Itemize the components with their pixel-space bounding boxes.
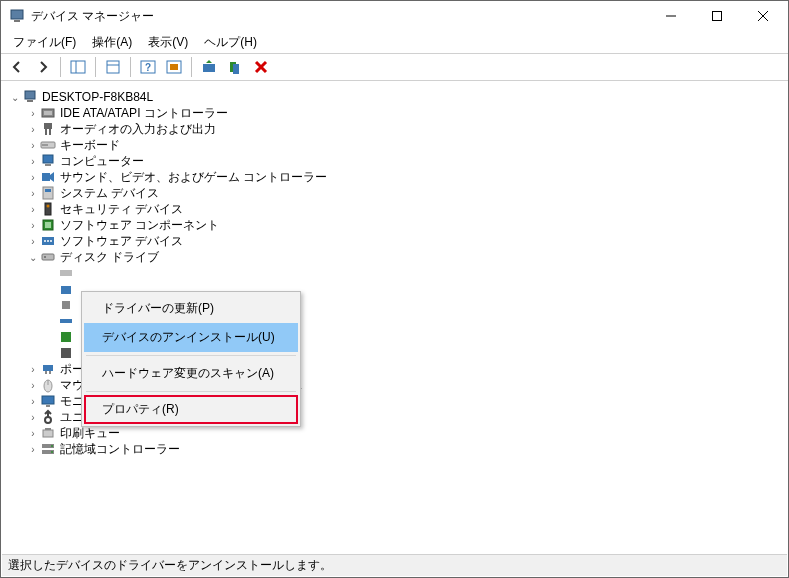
svg-rect-49 <box>43 365 53 371</box>
tree-spacer <box>44 330 58 344</box>
scan-hardware-button[interactable] <box>162 55 186 79</box>
close-button[interactable] <box>740 1 786 31</box>
tree-category-node[interactable]: ›サウンド、ビデオ、およびゲーム コントローラー <box>26 169 787 185</box>
toolbar-separator <box>95 57 96 77</box>
update-driver-button[interactable] <box>197 55 221 79</box>
svg-rect-13 <box>170 64 178 70</box>
forward-button[interactable] <box>31 55 55 79</box>
device-category-icon <box>40 393 56 409</box>
computer-icon <box>22 89 38 105</box>
menu-action[interactable]: 操作(A) <box>84 32 140 53</box>
menubar: ファイル(F) 操作(A) 表示(V) ヘルプ(H) <box>1 31 788 53</box>
device-category-icon <box>40 153 56 169</box>
svg-rect-41 <box>42 254 54 260</box>
svg-rect-6 <box>71 61 85 73</box>
chevron-right-icon[interactable]: › <box>26 122 40 136</box>
tree-category-node[interactable]: ›IDE ATA/ATAPI コントローラー <box>26 105 787 121</box>
chevron-right-icon[interactable]: › <box>26 186 40 200</box>
tree-category-node[interactable]: ›セキュリティ デバイス <box>26 201 787 217</box>
tree-category-node[interactable]: ›キーボード <box>26 137 787 153</box>
statusbar: 選択したデバイスのドライバーをアンインストールします。 <box>2 554 787 576</box>
tree-category-node[interactable]: ›システム デバイス <box>26 185 787 201</box>
tree-category-node[interactable]: ›記憶域コントローラー <box>26 441 787 457</box>
chevron-right-icon[interactable]: › <box>26 170 40 184</box>
device-category-icon <box>40 249 56 265</box>
window-controls <box>648 1 786 31</box>
svg-text:?: ? <box>145 62 151 73</box>
chevron-right-icon[interactable]: › <box>26 378 40 392</box>
tree-category-node[interactable]: ›ソフトウェア コンポーネント <box>26 217 787 233</box>
ctx-scan-hardware[interactable]: ハードウェア変更のスキャン(A) <box>84 359 298 388</box>
svg-rect-48 <box>61 348 71 358</box>
tree-category-label: セキュリティ デバイス <box>60 201 183 218</box>
svg-point-38 <box>44 240 46 242</box>
help-button[interactable]: ? <box>136 55 160 79</box>
svg-point-56 <box>45 417 51 423</box>
device-category-icon <box>40 441 56 457</box>
device-icon <box>58 345 74 361</box>
device-category-icon <box>40 201 56 217</box>
tree-spacer <box>44 314 58 328</box>
tree-category-label: キーボード <box>60 137 120 154</box>
tree-root-node[interactable]: ⌄DESKTOP-F8KB84L <box>8 89 787 105</box>
svg-rect-23 <box>44 123 52 129</box>
minimize-button[interactable] <box>648 1 694 31</box>
chevron-right-icon[interactable]: › <box>26 442 40 456</box>
menu-file[interactable]: ファイル(F) <box>5 32 84 53</box>
toolbar-separator <box>130 57 131 77</box>
device-category-icon <box>40 361 56 377</box>
chevron-right-icon[interactable]: › <box>26 106 40 120</box>
svg-point-62 <box>51 451 53 453</box>
ctx-update-driver[interactable]: ドライバーの更新(P) <box>84 294 298 323</box>
menu-help[interactable]: ヘルプ(H) <box>196 32 265 53</box>
tree-category-label: コンピューター <box>60 153 144 170</box>
tree-category-node[interactable]: ›コンピューター <box>26 153 787 169</box>
tree-spacer <box>44 266 58 280</box>
menu-view[interactable]: 表示(V) <box>140 32 196 53</box>
tree-category-node[interactable]: ›ソフトウェア デバイス <box>26 233 787 249</box>
chevron-down-icon[interactable]: ⌄ <box>8 90 22 104</box>
tree-category-label: ソフトウェア コンポーネント <box>60 217 219 234</box>
svg-point-42 <box>44 256 46 258</box>
chevron-right-icon[interactable]: › <box>26 410 40 424</box>
chevron-right-icon[interactable]: › <box>26 202 40 216</box>
chevron-right-icon[interactable]: › <box>26 426 40 440</box>
back-button[interactable] <box>5 55 29 79</box>
chevron-right-icon[interactable]: › <box>26 362 40 376</box>
chevron-right-icon[interactable]: › <box>26 138 40 152</box>
svg-rect-28 <box>43 155 53 163</box>
svg-rect-14 <box>203 64 215 72</box>
chevron-right-icon[interactable]: › <box>26 218 40 232</box>
svg-rect-31 <box>43 187 53 199</box>
svg-rect-44 <box>61 286 71 294</box>
tree-spacer <box>44 282 58 296</box>
svg-rect-58 <box>45 428 51 430</box>
chevron-right-icon[interactable]: › <box>26 234 40 248</box>
tree-device-node[interactable] <box>44 265 787 281</box>
device-category-icon <box>40 121 56 137</box>
tree-category-label: システム デバイス <box>60 185 159 202</box>
chevron-down-icon[interactable]: ⌄ <box>26 250 40 264</box>
tree-category-node[interactable]: ›印刷キュー <box>26 425 787 441</box>
toolbar-separator <box>191 57 192 77</box>
device-icon <box>58 281 74 297</box>
context-menu: ドライバーの更新(P) デバイスのアンインストール(U) ハードウェア変更のスキ… <box>81 291 301 427</box>
delete-button[interactable] <box>249 55 273 79</box>
ctx-separator <box>86 355 296 356</box>
uninstall-device-button[interactable] <box>223 55 247 79</box>
svg-rect-29 <box>45 164 51 166</box>
show-hide-tree-button[interactable] <box>66 55 90 79</box>
maximize-button[interactable] <box>694 1 740 31</box>
chevron-right-icon[interactable]: › <box>26 154 40 168</box>
properties-button[interactable] <box>101 55 125 79</box>
svg-rect-47 <box>61 332 71 342</box>
tree-category-node[interactable]: ⌄ディスク ドライブ <box>26 249 787 265</box>
tree-category-node[interactable]: ›オーディオの入力および出力 <box>26 121 787 137</box>
svg-rect-3 <box>713 12 722 21</box>
device-category-icon <box>40 137 56 153</box>
chevron-right-icon[interactable]: › <box>26 394 40 408</box>
ctx-properties[interactable]: プロパティ(R) <box>84 395 298 424</box>
device-category-icon <box>40 105 56 121</box>
ctx-uninstall-device[interactable]: デバイスのアンインストール(U) <box>84 323 298 352</box>
tree-category-label: 印刷キュー <box>60 425 120 442</box>
